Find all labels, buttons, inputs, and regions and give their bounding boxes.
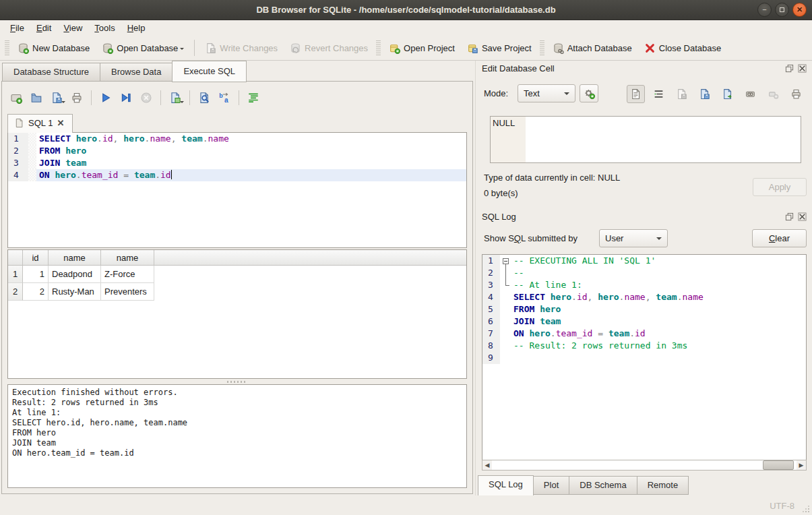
open-project-button[interactable]: Open Project bbox=[383, 39, 461, 57]
execute-sql-page: ba SQL 1 ✕ 1SELECT hero.id, hero.name, t… bbox=[1, 81, 473, 494]
fold-margin[interactable] bbox=[500, 255, 511, 267]
export-results-icon[interactable] bbox=[166, 89, 184, 107]
cell-editor-toolbar bbox=[627, 85, 805, 103]
execution-log[interactable]: Execution finished without errors. Resul… bbox=[7, 384, 467, 488]
cell-size-info: 0 byte(s) bbox=[484, 188, 518, 198]
tab-execute-sql[interactable]: Execute SQL bbox=[172, 61, 247, 82]
code-text: SELECT hero.id, hero.name, team.name bbox=[511, 291, 806, 303]
link-icon[interactable] bbox=[741, 85, 759, 103]
print-cell-icon[interactable] bbox=[787, 85, 805, 103]
fold-collapse-icon[interactable] bbox=[503, 258, 509, 264]
close-database-button[interactable]: Close Database bbox=[638, 39, 728, 57]
close-dock-icon[interactable] bbox=[798, 212, 807, 221]
format-sql-icon[interactable] bbox=[245, 89, 262, 107]
line-number: 2 bbox=[482, 267, 500, 279]
open-sql-file-icon[interactable] bbox=[28, 89, 45, 107]
table-cell[interactable]: 2 bbox=[23, 283, 49, 301]
sql-log-view[interactable]: 1-- EXECUTING ALL IN 'SQL 1'2--3-- At li… bbox=[482, 254, 807, 460]
scrollbar-track[interactable] bbox=[492, 460, 797, 470]
save-as-icon[interactable] bbox=[695, 85, 714, 103]
new-tab-icon[interactable] bbox=[7, 89, 25, 107]
cell-value-editor[interactable]: NULL bbox=[490, 116, 801, 163]
bottom-tab-remote[interactable]: Remote bbox=[637, 476, 689, 495]
scroll-right-icon[interactable]: ▶ bbox=[797, 460, 806, 470]
svg-text:b: b bbox=[219, 92, 223, 99]
table-cell[interactable]: Rusty-Man bbox=[49, 283, 101, 301]
open-database-button[interactable]: Open Database bbox=[96, 39, 190, 57]
maximize-button-icon[interactable] bbox=[775, 3, 789, 17]
dropdown-caret-icon[interactable] bbox=[180, 101, 184, 105]
table-cell[interactable]: Preventers bbox=[101, 283, 154, 301]
write-changes-button[interactable]: Write Changes bbox=[199, 39, 284, 57]
tab-browse-data[interactable]: Browse Data bbox=[100, 63, 172, 82]
sql-submitted-by-combo[interactable]: User bbox=[599, 229, 668, 247]
horizontal-splitter[interactable] bbox=[7, 380, 467, 384]
minimize-button-icon[interactable]: − bbox=[757, 3, 772, 17]
menu-edit[interactable]: Edit bbox=[30, 21, 57, 35]
menu-help[interactable]: Help bbox=[121, 21, 152, 35]
close-button-icon[interactable]: ✕ bbox=[792, 3, 807, 17]
dropdown-caret-icon[interactable] bbox=[61, 101, 65, 105]
find-replace-icon[interactable]: ba bbox=[216, 89, 233, 107]
save-sql-file-icon[interactable] bbox=[48, 89, 65, 107]
revert-changes-icon bbox=[290, 42, 301, 54]
clear-button[interactable]: Clear bbox=[752, 229, 807, 247]
column-header-name[interactable]: name bbox=[101, 250, 154, 265]
toolbar-handle[interactable] bbox=[540, 40, 544, 55]
revert-changes-button[interactable]: Revert Changes bbox=[284, 39, 374, 57]
stop-icon[interactable] bbox=[137, 89, 155, 107]
float-dock-icon[interactable] bbox=[785, 64, 794, 73]
table-cell[interactable]: Deadpond bbox=[49, 266, 101, 283]
mode-label: Mode: bbox=[484, 88, 508, 98]
export-cell-icon[interactable] bbox=[718, 85, 737, 103]
apply-button[interactable]: Apply bbox=[753, 178, 807, 196]
remove-icon[interactable] bbox=[764, 85, 782, 103]
sql-log-dock-title: SQL Log bbox=[482, 212, 516, 222]
save-project-button[interactable]: Save Project bbox=[461, 39, 538, 57]
open-database-icon bbox=[102, 42, 113, 54]
execute-all-icon[interactable] bbox=[97, 89, 115, 107]
open-project-icon bbox=[389, 42, 400, 54]
menu-file[interactable]: File bbox=[4, 21, 30, 35]
tab-database-structure[interactable]: Database Structure bbox=[2, 63, 100, 82]
tab-sql-1[interactable]: SQL 1 ✕ bbox=[7, 114, 73, 133]
sql-editor[interactable]: 1SELECT hero.id, hero.name, team.name2FR… bbox=[7, 132, 467, 248]
find-icon[interactable] bbox=[195, 89, 213, 107]
menu-tools[interactable]: Tools bbox=[88, 21, 121, 35]
table-cell[interactable]: Z-Force bbox=[101, 266, 154, 283]
row-header[interactable]: 2 bbox=[8, 283, 23, 301]
bottom-tab-db-schema[interactable]: DB Schema bbox=[569, 476, 637, 495]
dropdown-caret-icon[interactable] bbox=[180, 48, 184, 52]
line-number: 9 bbox=[482, 352, 500, 364]
scrollbar-thumb[interactable] bbox=[763, 460, 794, 470]
toolbar-handle[interactable] bbox=[376, 40, 381, 55]
mode-combo[interactable]: Text bbox=[518, 84, 575, 102]
grid-corner[interactable] bbox=[8, 250, 23, 265]
attach-database-button[interactable]: Attach Database bbox=[546, 39, 638, 57]
float-dock-icon[interactable] bbox=[785, 212, 794, 221]
new-database-button[interactable]: New Database bbox=[11, 39, 96, 57]
column-header-id[interactable]: id bbox=[23, 250, 49, 265]
fold-margin bbox=[28, 169, 36, 181]
print-icon[interactable] bbox=[68, 89, 86, 107]
close-dock-icon[interactable] bbox=[798, 64, 807, 73]
toolbar-handle[interactable] bbox=[5, 40, 9, 55]
close-tab-icon[interactable]: ✕ bbox=[57, 118, 64, 128]
bottom-tab-plot[interactable]: Plot bbox=[534, 476, 569, 495]
menu-view[interactable]: View bbox=[57, 21, 88, 35]
save-cell-icon[interactable] bbox=[673, 85, 691, 103]
text-mode-icon[interactable] bbox=[627, 85, 645, 103]
titlebar[interactable]: DB Browser for SQLite - /home/user/code/… bbox=[0, 0, 812, 20]
execute-line-icon[interactable] bbox=[117, 89, 135, 107]
cell-null-gutter: NULL bbox=[491, 117, 526, 162]
word-wrap-icon[interactable] bbox=[650, 85, 668, 103]
resize-grip[interactable] bbox=[801, 504, 809, 512]
import-data-button[interactable] bbox=[580, 84, 598, 102]
row-header[interactable]: 1 bbox=[8, 266, 23, 283]
scroll-left-icon[interactable]: ◀ bbox=[482, 460, 492, 470]
bottom-tab-sql-log[interactable]: SQL Log bbox=[478, 475, 534, 496]
gear-import-icon bbox=[584, 88, 595, 99]
horizontal-scrollbar[interactable]: ◀ ▶ bbox=[482, 460, 807, 471]
column-header-name[interactable]: name bbox=[49, 250, 101, 265]
table-cell[interactable]: 1 bbox=[23, 266, 49, 283]
